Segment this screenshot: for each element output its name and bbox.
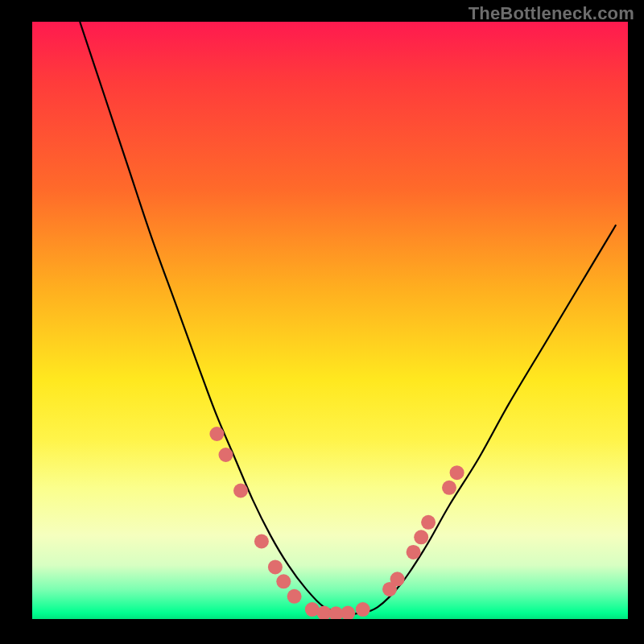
bottleneck-curve	[80, 22, 616, 614]
plot-area	[32, 22, 628, 619]
data-marker	[268, 559, 283, 574]
data-marker	[254, 535, 269, 549]
data-marker	[287, 589, 302, 604]
data-marker	[276, 574, 291, 588]
chart-frame: TheBottleneck.com	[0, 0, 644, 644]
data-marker	[219, 448, 233, 462]
watermark-text: TheBottleneck.com	[469, 3, 634, 24]
data-marker	[390, 572, 405, 586]
curve-layer	[32, 22, 628, 619]
data-marker	[407, 545, 421, 559]
data-marker	[233, 484, 248, 498]
data-marker	[356, 602, 370, 617]
data-marker	[341, 606, 355, 619]
data-marker	[450, 465, 464, 480]
data-marker	[209, 427, 224, 441]
data-marker	[442, 481, 456, 495]
data-marker	[414, 530, 428, 544]
marker-group	[209, 427, 464, 619]
data-marker	[421, 515, 436, 530]
